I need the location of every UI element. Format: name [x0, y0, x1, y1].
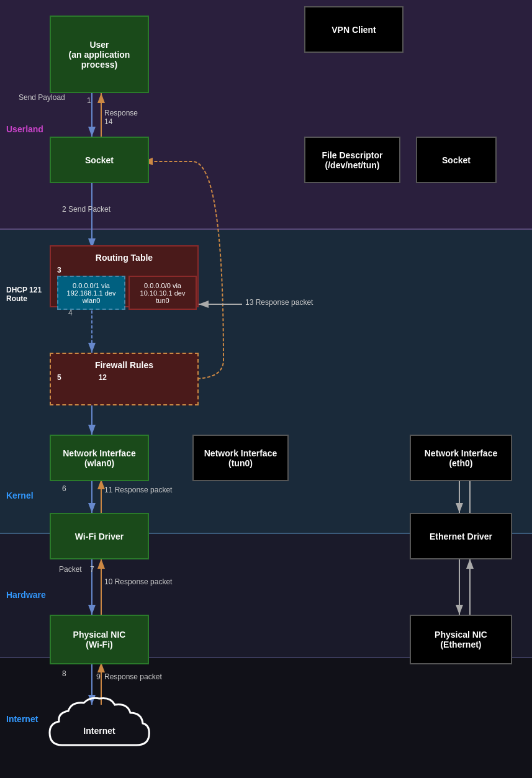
routing-table-box: Routing Table 3 0.0.0.0/1 via 192.168.1.…	[50, 245, 199, 307]
svg-text:Internet: Internet	[83, 726, 115, 736]
socket-right-box: Socket	[416, 137, 497, 183]
firewall-rules-box: Firewall Rules 5 12	[50, 353, 199, 405]
route-tun-box: 0.0.0.0/0 via 10.10.10.1 dev tun0	[128, 276, 197, 310]
wifi-driver-box: Wi-Fi Driver	[50, 513, 149, 559]
hardware-label: Hardware	[6, 590, 46, 600]
kernel-label: Kernel	[6, 491, 34, 500]
routing-table-title: Routing Table	[54, 250, 194, 266]
num7-label: 7	[90, 565, 94, 574]
num8-label: 8	[62, 669, 66, 678]
num4-label: 4	[68, 309, 73, 317]
vpn-client-box: VPN Client	[304, 6, 404, 53]
physical-nic-wifi-box: Physical NIC (Wi-Fi)	[50, 615, 149, 664]
net-iface-wlan-box: Network Interface (wlan0)	[50, 435, 149, 481]
route-wlan-box: 0.0.0.0/1 via 192.168.1.1 dev wlan0	[57, 276, 125, 310]
internet-cloud: Internet	[37, 695, 161, 764]
internet-label: Internet	[6, 714, 38, 724]
net-iface-eth-box: Network Interface (eth0)	[410, 435, 512, 481]
num9-label: 9	[96, 672, 101, 681]
firewall-rules-title: Firewall Rules	[54, 357, 194, 373]
userland-label: Userland	[6, 124, 43, 134]
num6-label: 6	[62, 484, 66, 493]
send-packet-label: 2 Send Packet	[62, 205, 110, 214]
response10-label: 10 Response packet	[104, 577, 172, 586]
ethernet-driver-box: Ethernet Driver	[410, 513, 512, 559]
num3-label: 3	[54, 266, 61, 274]
response-14-label: Response 14	[104, 109, 138, 126]
response13-label: 13 Response packet	[245, 298, 313, 307]
firewall-nums: 5 12	[54, 373, 107, 382]
packet7-label: Packet	[59, 565, 82, 574]
diagram: Userland Kernel Hardware Internet	[0, 0, 532, 778]
dhcp-label: DHCP 121 Route	[6, 286, 42, 303]
num1-label: 1	[87, 96, 91, 105]
user-box: User (an application process)	[50, 16, 149, 93]
net-iface-tun-box: Network Interface (tun0)	[192, 435, 289, 481]
socket-top-box: Socket	[50, 137, 149, 183]
response11-label: 11 Response packet	[104, 486, 172, 494]
send-payload-label: Send Payload	[19, 93, 65, 102]
response9-label: Response packet	[104, 672, 162, 681]
file-descriptor-box: File Descriptor (/dev/net/tun)	[304, 137, 400, 183]
physical-nic-eth-box: Physical NIC (Ethernet)	[410, 615, 512, 664]
